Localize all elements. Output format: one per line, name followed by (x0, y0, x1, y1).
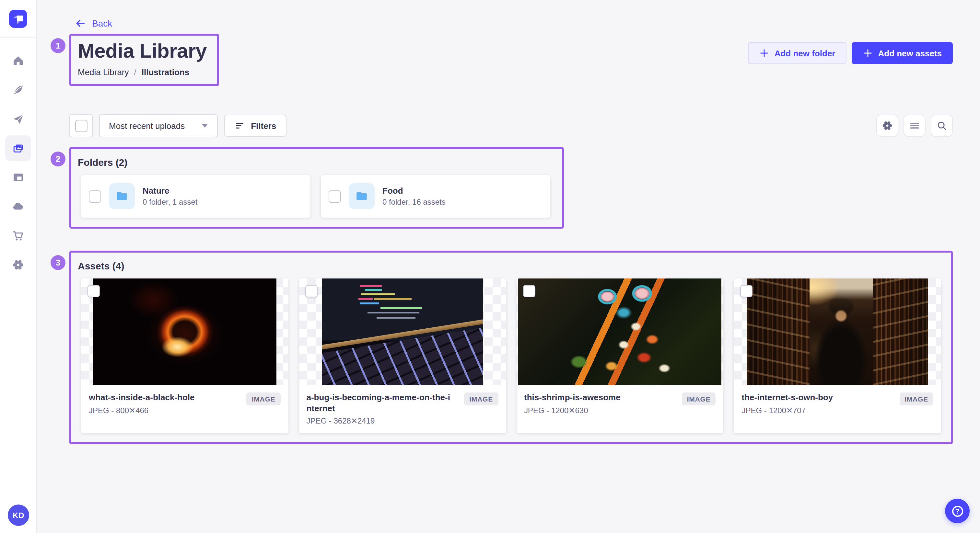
asset-type-badge: IMAGE (247, 392, 281, 405)
gear-icon (12, 259, 25, 271)
sidebar-item-releases[interactable] (5, 106, 31, 132)
add-new-folder-label: Add new folder (775, 48, 835, 58)
folders-heading: Folders (2) (78, 157, 550, 168)
sort-value: Most recent uploads (109, 121, 185, 130)
feather-icon (12, 84, 25, 97)
asset-meta: JPEG - 3628✕2419 (307, 417, 452, 426)
search-button[interactable] (931, 115, 953, 136)
cart-icon (12, 229, 25, 242)
asset-texts: this-shrimp-is-awesome JPEG - 1200✕630 (524, 392, 620, 415)
asset-caption: the-internet-s-own-boy JPEG - 1200✕707 I… (734, 385, 942, 434)
page-title: Media Library (78, 40, 207, 63)
select-all-checkbox[interactable] (75, 119, 87, 132)
asset-type-badge: IMAGE (682, 392, 716, 405)
sort-dropdown[interactable]: Most recent uploads (99, 114, 218, 137)
back-arrow-icon (75, 17, 86, 29)
asset-caption: what-s-inside-a-black-hole JPEG - 800✕46… (81, 385, 288, 434)
folder-card-nature[interactable]: Nature 0 folder, 1 asset (81, 175, 310, 217)
toolbar: Most recent uploads Filters (69, 114, 953, 137)
folder-checkbox[interactable] (329, 190, 341, 202)
asset-texts: what-s-inside-a-black-hole JPEG - 800✕46… (89, 392, 195, 415)
annotation-box-1: 1 Media Library Media Library / Illustra… (69, 34, 219, 86)
asset-type-badge: IMAGE (899, 392, 933, 405)
sidebar-item-home[interactable] (5, 48, 31, 74)
list-view-button[interactable] (904, 115, 926, 136)
folder-icon (115, 189, 129, 203)
chevron-down-icon (202, 124, 208, 128)
toolbar-right (876, 115, 953, 136)
search-icon (936, 120, 948, 132)
sidebar-item-content-manager[interactable] (5, 77, 31, 103)
sidebar-item-content-type-builder[interactable] (5, 165, 31, 190)
sidebar-item-marketplace[interactable] (5, 223, 31, 249)
help-button[interactable]: ? (945, 499, 970, 523)
back-link[interactable]: Back (75, 0, 112, 29)
add-new-assets-label: Add new assets (878, 48, 942, 58)
asset-checkbox[interactable] (305, 285, 318, 297)
asset-thumbnail (299, 279, 506, 385)
filter-icon (235, 121, 245, 131)
back-label: Back (92, 18, 112, 29)
media-library-page: KD Back 1 Media Library Media Library / … (0, 0, 980, 533)
asset-image-mantis-shrimp (518, 279, 722, 385)
plus-icon (759, 48, 769, 58)
layout-icon (12, 171, 25, 184)
filters-button[interactable]: Filters (224, 115, 286, 136)
add-new-assets-button[interactable]: Add new assets (851, 42, 953, 64)
folder-meta: 0 folder, 16 assets (382, 198, 445, 206)
annotation-badge-3: 3 (51, 255, 65, 270)
cloud-icon (12, 200, 25, 213)
asset-thumbnail (734, 279, 942, 385)
add-new-folder-button[interactable]: Add new folder (748, 42, 846, 64)
sidebar-item-media-library[interactable] (5, 135, 31, 161)
folder-card-food[interactable]: Food 0 folder, 16 assets (321, 175, 550, 217)
plus-icon (862, 48, 873, 58)
annotation-box-2: 2 Folders (2) Nature 0 folder, 1 asset (69, 147, 564, 228)
asset-checkbox[interactable] (740, 285, 753, 297)
header-actions: Add new folder Add new assets (748, 42, 953, 64)
asset-image-laptop-code (322, 279, 482, 385)
folder-checkbox[interactable] (89, 190, 101, 202)
asset-card-shrimp[interactable]: this-shrimp-is-awesome JPEG - 1200✕630 I… (516, 279, 724, 434)
sidebar-item-settings[interactable] (5, 252, 31, 278)
filters-label: Filters (251, 121, 276, 130)
asset-card-internets-own-boy[interactable]: the-internet-s-own-boy JPEG - 1200✕707 I… (734, 279, 942, 434)
strapi-logo-icon (9, 10, 27, 27)
asset-meta: JPEG - 1200✕707 (742, 406, 833, 415)
breadcrumb-current: Illustrations (142, 67, 189, 77)
settings-icon (881, 120, 893, 132)
annotation-badge-1: 1 (51, 38, 65, 53)
sidebar-nav (0, 38, 36, 278)
breadcrumb: Media Library / Illustrations (78, 67, 207, 77)
asset-card-bug-meme[interactable]: a-bug-is-becoming-a-meme-on-the-internet… (299, 279, 506, 434)
folder-tile (349, 183, 375, 209)
logo-container (0, 0, 36, 38)
sidebar-item-cloud[interactable] (5, 194, 31, 219)
asset-image-black-hole (93, 279, 277, 385)
asset-card-black-hole[interactable]: what-s-inside-a-black-hole JPEG - 800✕46… (81, 279, 288, 434)
asset-type-badge: IMAGE (464, 392, 498, 405)
breadcrumb-root[interactable]: Media Library (78, 67, 129, 77)
asset-checkbox[interactable] (523, 285, 535, 297)
asset-caption: this-shrimp-is-awesome JPEG - 1200✕630 I… (516, 385, 724, 434)
asset-checkbox[interactable] (88, 285, 100, 297)
folder-info: Food 0 folder, 16 assets (382, 186, 445, 206)
asset-meta: JPEG - 1200✕630 (524, 406, 620, 415)
media-library-icon (12, 142, 25, 155)
asset-texts: a-bug-is-becoming-a-meme-on-the-internet… (307, 392, 452, 426)
folder-name: Food (382, 186, 445, 195)
section-divider (75, 240, 953, 240)
home-icon (12, 54, 25, 67)
paper-plane-icon (12, 113, 25, 125)
user-avatar[interactable]: KD (8, 504, 29, 526)
asset-title: the-internet-s-own-boy (742, 392, 833, 403)
toolbar-left: Most recent uploads Filters (69, 114, 286, 137)
asset-thumbnail (81, 279, 288, 385)
strapi-logo[interactable] (9, 10, 27, 27)
view-settings-button[interactable] (876, 115, 898, 136)
assets-grid: what-s-inside-a-black-hole JPEG - 800✕46… (81, 279, 941, 434)
main-content: Back 1 Media Library Media Library / Ill… (36, 0, 980, 444)
assets-heading: Assets (4) (78, 260, 944, 271)
annotation-box-3: 3 Assets (4) what-s-inside-a-black-hole … (69, 251, 953, 444)
header-row: 1 Media Library Media Library / Illustra… (69, 34, 953, 86)
